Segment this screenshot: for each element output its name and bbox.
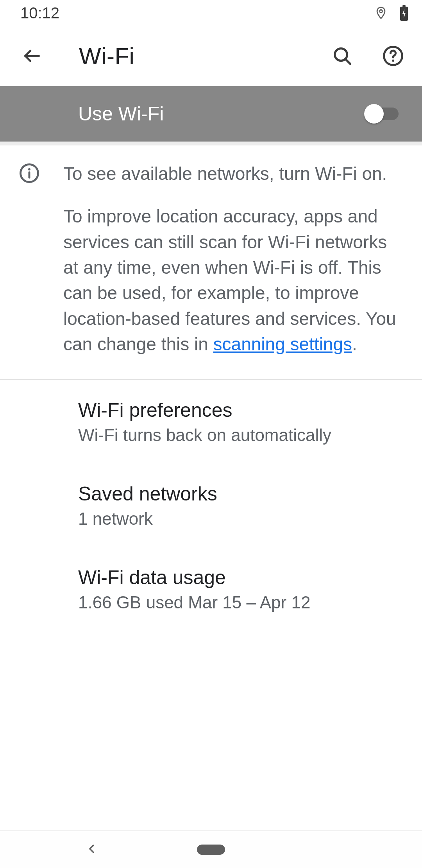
back-button[interactable] [20, 44, 44, 68]
list-item-subtitle: 1 network [78, 509, 400, 529]
status-bar: 10:12 [0, 0, 422, 26]
svg-point-0 [379, 10, 382, 13]
wifi-toggle-switch[interactable] [364, 104, 399, 124]
wifi-data-usage-item[interactable]: Wi-Fi data usage 1.66 GB used Mar 15 – A… [0, 547, 422, 631]
wifi-preferences-item[interactable]: Wi-Fi preferences Wi-Fi turns back on au… [0, 380, 422, 464]
help-button[interactable] [381, 44, 405, 68]
location-icon [374, 5, 388, 21]
svg-line-5 [345, 59, 350, 64]
app-bar: Wi-Fi [0, 26, 422, 86]
info-line2-post: . [352, 334, 357, 354]
svg-point-7 [392, 59, 394, 62]
list-item-subtitle: Wi-Fi turns back on automatically [78, 425, 400, 445]
info-line2: To improve location accuracy, apps and s… [63, 204, 400, 357]
list-item-title: Wi-Fi data usage [78, 566, 400, 589]
info-line2-pre: To improve location accuracy, apps and s… [63, 206, 396, 354]
navigation-bar [0, 830, 422, 868]
page-title: Wi-Fi [79, 43, 134, 70]
info-icon [19, 163, 40, 357]
scanning-settings-link[interactable]: scanning settings [213, 334, 352, 354]
info-line1: To see available networks, turn Wi-Fi on… [63, 161, 400, 187]
svg-rect-2 [402, 5, 406, 7]
status-clock: 10:12 [20, 4, 59, 22]
list-item-title: Saved networks [78, 482, 400, 505]
info-block: To see available networks, turn Wi-Fi on… [0, 145, 422, 380]
nav-home-pill[interactable] [197, 845, 225, 855]
search-button[interactable] [331, 44, 354, 68]
wifi-toggle-label: Use Wi-Fi [78, 102, 164, 125]
battery-charging-icon [399, 5, 409, 21]
nav-back-button[interactable] [86, 841, 98, 858]
svg-point-10 [28, 168, 30, 170]
wifi-toggle-row[interactable]: Use Wi-Fi [0, 86, 422, 145]
list-item-title: Wi-Fi preferences [78, 399, 400, 421]
saved-networks-item[interactable]: Saved networks 1 network [0, 464, 422, 547]
list-item-subtitle: 1.66 GB used Mar 15 – Apr 12 [78, 593, 400, 612]
